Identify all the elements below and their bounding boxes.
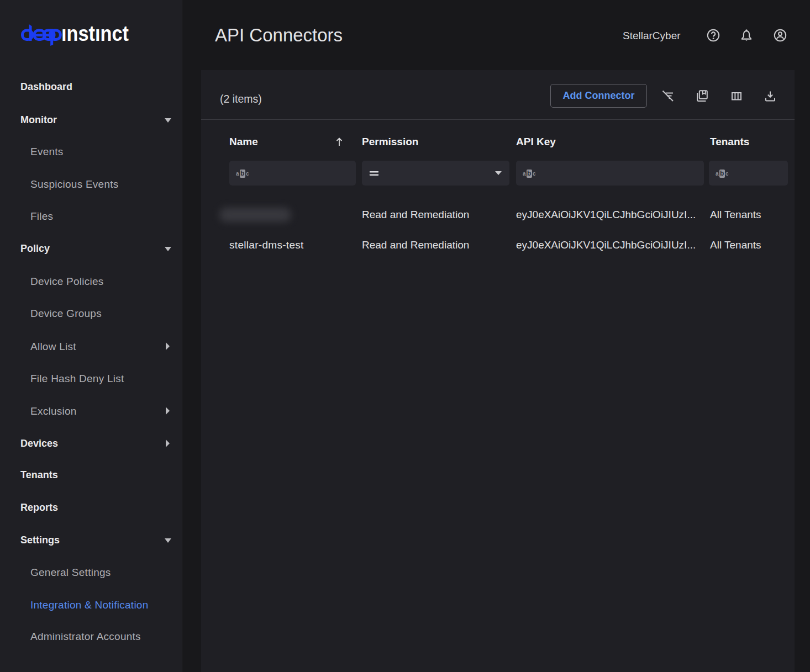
svg-text:ınstınct: ınstınct: [61, 22, 129, 45]
